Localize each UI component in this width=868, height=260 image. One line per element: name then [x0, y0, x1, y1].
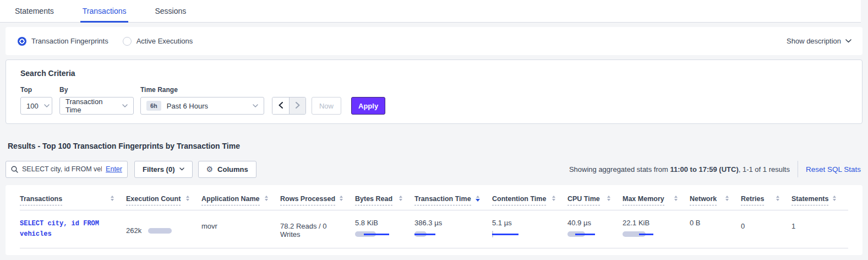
- sort-icon[interactable]: [182, 196, 189, 201]
- cell-contention-time: 5.1 µs: [492, 219, 567, 239]
- sort-icon[interactable]: [260, 196, 268, 201]
- chevron-down-icon: [247, 104, 258, 107]
- column-header-cpu-time[interactable]: CPU Time: [567, 192, 623, 210]
- chevron-down-icon: [117, 104, 128, 107]
- vertical-divider: [798, 161, 798, 177]
- transaction-time-bar: [414, 231, 480, 237]
- execution-count-value: 262k: [126, 226, 141, 235]
- tab-statements[interactable]: Statements: [14, 0, 55, 22]
- radio-transaction-fingerprints[interactable]: Transaction Fingerprints: [18, 37, 108, 46]
- contention-time-bar: [492, 231, 555, 237]
- previous-time-range-button[interactable]: [272, 98, 289, 114]
- time-range-select[interactable]: 6h Past 6 Hours: [140, 97, 264, 115]
- top-field: Top 100: [20, 86, 52, 115]
- column-header-transactions[interactable]: Transactions: [20, 192, 126, 210]
- search-icon: [11, 166, 18, 173]
- column-header-rows-processed[interactable]: Rows Processed: [280, 192, 355, 210]
- top-label: Top: [20, 86, 52, 94]
- results-heading: Results - Top 100 Transaction Fingerprin…: [8, 142, 868, 150]
- column-header-statements[interactable]: Statements: [791, 192, 848, 210]
- transactions-page: Statements Transactions Sessions Transac…: [0, 0, 868, 255]
- sort-icon[interactable]: [772, 196, 779, 201]
- results-search-box: Enter: [6, 161, 128, 178]
- bytes-read-bar: [355, 231, 402, 237]
- table-row: SELECT city, id FROM vehicles 262k movr …: [20, 210, 848, 248]
- max-memory-value: 22.1 KiB: [623, 219, 678, 227]
- column-header-application-name[interactable]: Application Name: [201, 192, 280, 210]
- show-description-toggle[interactable]: Show description: [787, 37, 851, 45]
- execution-count-bar: [148, 228, 172, 234]
- sort-icon[interactable]: [335, 196, 343, 201]
- stats-suffix: , 1-1 of 1 results: [739, 165, 790, 174]
- time-range-value: Past 6 Hours: [167, 102, 208, 110]
- sort-icon[interactable]: [395, 196, 402, 201]
- by-label: By: [59, 86, 140, 94]
- radio-label: Active Executions: [137, 37, 193, 45]
- time-range-label: Time Range: [140, 86, 264, 94]
- chevron-down-icon: [179, 167, 184, 171]
- by-select-value: Transaction Time: [65, 98, 117, 114]
- sort-icon[interactable]: [670, 196, 678, 201]
- transaction-time-value: 386.3 µs: [414, 219, 480, 227]
- mean-line: [492, 234, 518, 235]
- search-enter-button[interactable]: Enter: [106, 165, 122, 173]
- show-description-label: Show description: [787, 37, 841, 45]
- search-input[interactable]: [22, 165, 102, 173]
- tab-bar: Statements Transactions Sessions: [0, 0, 861, 23]
- sort-icon[interactable]: [721, 196, 729, 201]
- sort-icon[interactable]: [106, 196, 114, 201]
- radio-unselected-icon: [123, 37, 132, 46]
- transaction-fingerprint-link[interactable]: SELECT city, id FROM vehicles: [20, 220, 99, 238]
- column-header-bytes-read[interactable]: Bytes Read: [355, 192, 414, 210]
- column-header-retries[interactable]: Retries: [741, 192, 791, 210]
- gear-icon: ⚙: [206, 165, 214, 173]
- table-header-row: Transactions Execution Count Application…: [20, 185, 848, 210]
- cell-max-memory: 22.1 KiB: [623, 219, 690, 239]
- cell-bytes-read: 5.8 KiB: [355, 219, 414, 239]
- columns-button[interactable]: ⚙ Columns: [198, 161, 256, 178]
- mean-line: [639, 234, 653, 235]
- time-range-field: Time Range 6h Past 6 Hours: [140, 86, 264, 115]
- tab-sessions[interactable]: Sessions: [154, 0, 187, 22]
- radio-label: Transaction Fingerprints: [31, 37, 108, 45]
- stats-prefix: Showing aggregated stats from: [569, 165, 670, 174]
- sort-icon-active-desc[interactable]: [471, 196, 480, 202]
- mean-line: [575, 234, 595, 235]
- sort-icon[interactable]: [603, 196, 610, 201]
- search-criteria-fields: Top 100 By Transaction Time: [20, 86, 848, 115]
- search-criteria-title: Search Criteria: [20, 69, 848, 78]
- column-header-contention-time[interactable]: Contention Time: [492, 192, 567, 210]
- time-range-badge: 6h: [146, 101, 161, 111]
- mean-line: [414, 234, 435, 235]
- reset-sql-stats-link[interactable]: Reset SQL Stats: [806, 165, 862, 174]
- aggregated-stats: Showing aggregated stats from 11:00 to 1…: [569, 161, 862, 177]
- cpu-time-bar: [567, 231, 610, 237]
- chevron-down-icon: [845, 39, 851, 43]
- by-field: By Transaction Time: [59, 86, 140, 115]
- cell-retries: 0: [741, 219, 791, 239]
- column-header-max-memory[interactable]: Max Memory: [623, 192, 690, 210]
- cpu-time-value: 40.9 µs: [567, 219, 610, 227]
- radio-active-executions[interactable]: Active Executions: [123, 37, 193, 46]
- sort-icon[interactable]: [828, 196, 836, 201]
- column-header-transaction-time[interactable]: Transaction Time: [414, 192, 492, 210]
- filters-button[interactable]: Filters (0): [134, 161, 193, 178]
- apply-button[interactable]: Apply: [351, 97, 385, 115]
- by-select[interactable]: Transaction Time: [59, 97, 134, 115]
- now-button[interactable]: Now: [312, 97, 341, 115]
- time-range-stepper: [272, 97, 306, 115]
- column-header-execution-count[interactable]: Execution Count: [126, 192, 201, 210]
- cell-execution-count: 262k: [126, 219, 201, 239]
- column-header-network[interactable]: Network: [690, 192, 741, 210]
- caret-right-icon: [296, 102, 300, 110]
- mean-line: [364, 234, 389, 235]
- cell-rows-processed: 78.2 Reads / 0 Writes: [280, 219, 355, 239]
- results-toolbar: Enter Filters (0) ⚙ Columns Showing aggr…: [6, 160, 862, 178]
- tab-transactions[interactable]: Transactions: [81, 0, 128, 22]
- max-memory-bar: [623, 231, 678, 237]
- top-select[interactable]: 100: [20, 97, 52, 115]
- filters-label: Filters (0): [143, 165, 175, 174]
- search-criteria-panel: Search Criteria Top 100 By Transaction T…: [6, 59, 862, 124]
- next-time-range-button[interactable]: [289, 98, 305, 114]
- sort-icon[interactable]: [548, 196, 555, 201]
